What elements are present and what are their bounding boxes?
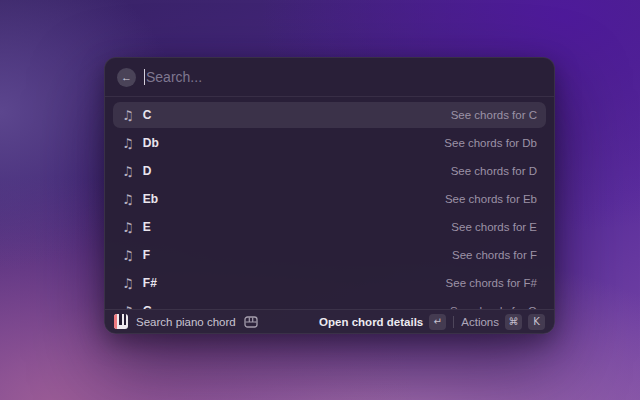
list-item[interactable]: ♫ E See chords for E xyxy=(113,214,546,240)
k-key-icon: K xyxy=(528,314,545,330)
actions-button[interactable]: Actions ⌘ K xyxy=(461,314,545,330)
music-note-icon: ♫ xyxy=(122,165,134,178)
row-subtitle: See chords for E xyxy=(451,221,537,233)
music-note-icon: ♫ xyxy=(122,277,134,290)
note-name: F xyxy=(143,248,151,262)
piano-icon xyxy=(244,316,258,328)
note-name: Eb xyxy=(143,192,159,206)
list-item[interactable]: ♫ Eb See chords for Eb xyxy=(113,186,546,212)
primary-action-label: Open chord details xyxy=(319,316,423,328)
text-caret xyxy=(144,69,145,85)
footer-divider xyxy=(453,316,454,328)
row-subtitle: See chords for D xyxy=(451,165,537,177)
cmd-key-icon: ⌘ xyxy=(505,314,522,330)
command-palette-window: ← ♫ C See chords for C ♫ Db See chords f… xyxy=(104,57,555,334)
back-button[interactable]: ← xyxy=(117,68,136,87)
search-header: ← xyxy=(105,58,554,97)
note-name: C xyxy=(143,108,152,122)
footer: Search piano chord Open chord details ↵ … xyxy=(105,309,554,333)
note-name: F# xyxy=(143,276,157,290)
list-item[interactable]: ♫ C See chords for C xyxy=(113,102,546,128)
row-subtitle: See chords for C xyxy=(451,109,537,121)
row-subtitle: See chords for F# xyxy=(446,277,537,289)
list-item[interactable]: ♫ F# See chords for F# xyxy=(113,270,546,296)
row-subtitle: See chords for Db xyxy=(444,137,537,149)
row-subtitle: See chords for F xyxy=(452,249,537,261)
list-item[interactable]: ♫ D See chords for D xyxy=(113,158,546,184)
actions-label: Actions xyxy=(461,316,499,328)
chord-list: ♫ C See chords for C ♫ Db See chords for… xyxy=(105,97,554,309)
music-note-icon: ♫ xyxy=(122,249,134,262)
list-item[interactable]: ♫ Db See chords for Db xyxy=(113,130,546,156)
music-note-icon: ♫ xyxy=(122,109,134,122)
note-name: D xyxy=(143,164,152,178)
music-note-icon: ♫ xyxy=(122,221,134,234)
primary-action-button[interactable]: Open chord details ↵ xyxy=(319,314,446,330)
enter-key-icon: ↵ xyxy=(429,314,446,330)
music-note-icon: ♫ xyxy=(122,137,134,150)
search-input[interactable] xyxy=(146,69,542,85)
music-note-icon: ♫ xyxy=(122,193,134,206)
note-name: Db xyxy=(143,136,159,150)
list-item[interactable]: ♫ F See chords for F xyxy=(113,242,546,268)
note-name: E xyxy=(143,220,151,234)
list-item[interactable]: ♫ G See chords for G xyxy=(113,298,546,309)
row-subtitle: See chords for Eb xyxy=(445,193,537,205)
extension-logo-icon xyxy=(114,314,128,329)
command-name-label: Search piano chord xyxy=(136,316,236,328)
